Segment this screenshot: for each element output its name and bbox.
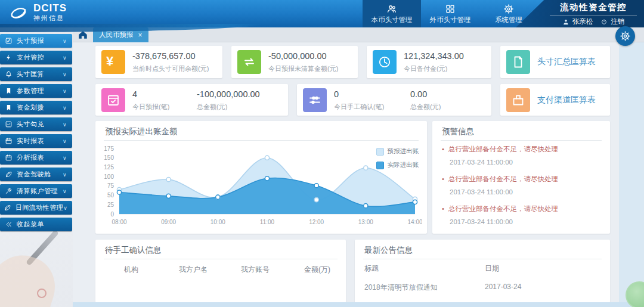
sidebar-item-collapse-menu[interactable]: 收起菜单: [0, 218, 72, 231]
sidebar-item-label: 头寸匡算: [17, 70, 63, 79]
chevron-down-icon: ∨: [63, 155, 72, 161]
nav-label: 外币头寸管理: [430, 15, 471, 24]
stat-value: -100,000,000.00: [197, 89, 260, 99]
stat-label: 总金额(元): [197, 103, 227, 111]
forecast-actual-area-chart: 175150125100755025008:0009:0010:0011:001…: [99, 142, 422, 232]
sidebar-item-label: 参数管理: [17, 86, 63, 95]
legend-label: 实际进出账: [388, 161, 419, 169]
chevron-down-icon: ∨: [63, 172, 72, 178]
system-title: 流动性资金管控: [549, 2, 638, 13]
sidebar-item-label: 头寸勾兑: [17, 120, 63, 129]
settings-float-button[interactable]: [615, 26, 635, 46]
app-logo[interactable]: DCITS 神州信息: [8, 3, 67, 23]
user-name[interactable]: 张亲松: [572, 17, 593, 26]
app-root: DCITS 神州信息 本币头寸管理 外币头寸管理 系统管理 流动性资金管控: [0, 0, 644, 307]
chevron-down-icon: ∨: [63, 205, 72, 211]
alert-item[interactable]: 总行营业部备付金不足，请尽快处理 2017-03-24 11:00:00: [442, 175, 603, 196]
alert-item[interactable]: 总行营业部备付金不足，请尽快处理 2017-03-24 11:00:00: [442, 145, 603, 166]
alert-text: 总行营业部备付金不足，请尽快处理: [442, 145, 603, 154]
chevron-down-icon: ∨: [63, 188, 72, 194]
transfer-icon: [242, 55, 256, 69]
legend-item-forecast[interactable]: 预报进出账: [376, 147, 419, 156]
alerts-title: 预警信息: [442, 126, 474, 137]
svg-text:10:00: 10:00: [210, 219, 225, 225]
nav-item-foreign-currency[interactable]: 外币头寸管理: [421, 0, 479, 27]
top-header: DCITS 神州信息 本币头寸管理 外币头寸管理 系统管理 流动性资金管控: [0, 0, 644, 27]
header-nav: 本币头寸管理 外币头寸管理 系统管理: [363, 0, 538, 27]
chevron-down-icon: ∨: [63, 88, 72, 94]
svg-text:100: 100: [104, 173, 114, 180]
sidebar-item-label: 清算账户管理: [17, 187, 63, 196]
channel-icon: [511, 93, 525, 107]
pending-confirm-title: 待手工确认信息: [105, 245, 162, 256]
chart-title: 预报实际进出账金额: [105, 126, 178, 137]
edit-icon: [5, 37, 13, 45]
sidebar-menu: 头寸预报 ∨ 支付管控 ∨ 头寸匡算 ∨ 参数管理 ∨ 资金划拨 ∨: [0, 34, 73, 234]
close-icon[interactable]: ×: [138, 31, 143, 39]
chevron-down-icon: ∨: [63, 72, 72, 77]
sidebar-item-parameter-mgmt[interactable]: 参数管理 ∨: [0, 84, 72, 98]
link-card-payment-channel[interactable]: 支付渠道匡算表: [500, 84, 610, 116]
nav-item-system[interactable]: 系统管理: [479, 0, 538, 27]
legend-swatch: [376, 148, 384, 156]
logo-subtitle: 神州信息: [33, 14, 67, 23]
calendar-icon: [5, 154, 13, 162]
sidebar-item-payment-control[interactable]: 支付管控 ∨: [0, 51, 72, 64]
sidebar-item-intraday-liquidity[interactable]: 日间流动性管理 ∨: [0, 201, 72, 215]
stat-value: 0.00: [410, 89, 427, 99]
check-calendar-icon: [106, 93, 120, 107]
sidebar-item-realtime-report[interactable]: 实时报表 ∨: [0, 134, 72, 148]
svg-text:12:00: 12:00: [309, 219, 324, 225]
sidebar-item-position-estimate[interactable]: 头寸匡算 ∨: [0, 67, 72, 81]
svg-text:25: 25: [107, 201, 114, 208]
position-summary-link[interactable]: 头寸汇总匡算表: [537, 46, 596, 78]
stat-card-available-balance: ¥ -378,675,657.00 当前时点头寸可用余额(元): [95, 46, 222, 78]
alert-time: 2017-03-24 11:00:00: [450, 188, 603, 196]
chevron-down-icon: ∨: [63, 105, 72, 111]
header-right: 流动性资金管控 张亲松 注销: [549, 2, 638, 26]
link-card-position-summary[interactable]: 头寸汇总匡算表: [500, 46, 610, 78]
column-header: 我方户名: [162, 265, 224, 275]
svg-text:11:00: 11:00: [260, 219, 275, 225]
stat-label: 今日备付金(元): [404, 64, 447, 73]
svg-text:150: 150: [104, 154, 114, 161]
chart-panel: 预报实际进出账金额 175150125100755025008:0009:001…: [95, 121, 427, 234]
power-icon: [600, 18, 608, 26]
sidebar-item-fund-cockpit[interactable]: 资金驾驶舱 ∨: [0, 168, 72, 181]
sidebar-item-label: 分析报表: [17, 153, 63, 162]
sidebar-item-position-forecast[interactable]: 头寸预报 ∨: [0, 34, 72, 48]
sidebar-item-clearing-account[interactable]: 清算账户管理 ∨: [0, 184, 72, 198]
alert-item[interactable]: 总行营业部备付金不足，请尽快处理 2017-03-24 11:00:00: [442, 204, 603, 225]
sidebar-item-label: 收起菜单: [17, 220, 63, 229]
svg-text:0: 0: [110, 211, 114, 218]
alert-time: 2017-03-24 11:00:00: [450, 218, 603, 225]
divider: [104, 259, 338, 259]
check-square-icon: [5, 120, 13, 128]
notices-panel: 最新公告信息 标题 日期 2018年清明节放假通知 2017-03-24: [355, 240, 610, 303]
sidebar-item-fund-transfer[interactable]: 资金划拨 ∨: [0, 101, 72, 114]
column-header: 日期: [485, 263, 499, 274]
legend-item-actual[interactable]: 实际进出账: [376, 161, 419, 169]
bolt-icon: [5, 54, 13, 61]
notice-date: 2017-03-24: [485, 283, 521, 291]
svg-text:75: 75: [107, 182, 114, 189]
stat-card-unsettled-forecast: -50,000,000.00 今日预报未清算金额(元): [231, 46, 358, 78]
sidebar-item-position-match[interactable]: 头寸勾兑 ∨: [0, 117, 72, 131]
stat-label: 当前时点头寸可用余额(元): [132, 64, 209, 73]
payment-channel-link[interactable]: 支付渠道匡算表: [537, 84, 596, 116]
tab-label: 人民币预报: [99, 30, 134, 39]
svg-text:14:00: 14:00: [407, 219, 422, 225]
bookmark-icon: [5, 87, 13, 95]
logout-button[interactable]: 注销: [611, 17, 624, 26]
stat-value: 0: [334, 89, 339, 99]
nav-item-local-currency[interactable]: 本币头寸管理: [363, 0, 421, 27]
notices-title: 最新公告信息: [364, 245, 413, 256]
right-margin-band: [619, 42, 644, 302]
sidebar-item-label: 日间流动性管理: [16, 203, 64, 212]
sidebar-item-analysis-report[interactable]: 分析报表 ∨: [0, 151, 72, 165]
divider: [441, 140, 602, 141]
svg-text:09:00: 09:00: [161, 219, 176, 225]
gear-icon: [503, 4, 514, 14]
stat-card-today-forecast: 4 今日预报(笔) -100,000,000.00 总金额(元): [95, 84, 288, 116]
users-icon: [386, 4, 397, 14]
